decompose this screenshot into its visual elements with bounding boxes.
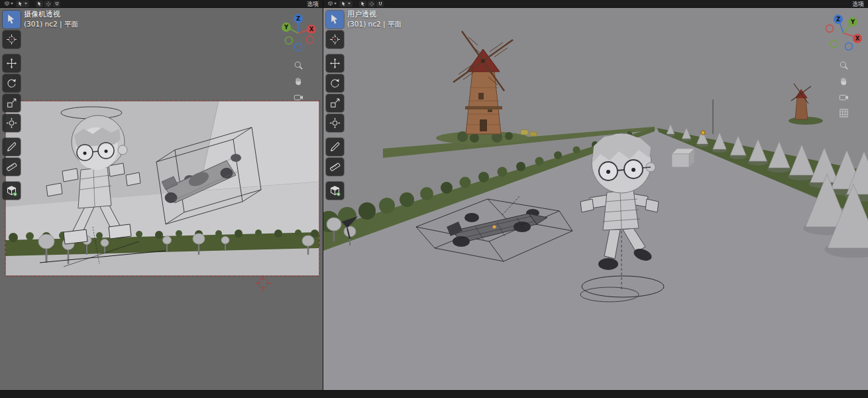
tool-select-box[interactable] [3,11,21,29]
tool-cursor[interactable] [3,31,21,48]
options-menu[interactable]: 选项 [852,0,864,8]
chevron-down-icon [11,3,13,5]
svg-text:Z: Z [836,16,840,23]
pan-hand-icon[interactable] [291,73,305,89]
options-menu[interactable]: 选项 [307,0,319,8]
gizmo-z-neg-axis[interactable] [845,43,853,50]
select-mode-toggle-group [36,1,60,7]
svg-text:X: X [855,35,860,42]
viewport-header-left: 选项 [0,0,323,8]
tool-annotate[interactable] [326,138,344,156]
tool-add-cube[interactable] [326,182,344,200]
tool-scale[interactable] [326,94,344,112]
select-mode-button[interactable] [359,1,366,7]
cursor-tool-button[interactable] [44,1,52,7]
zoom-icon[interactable] [291,57,305,73]
camera-view-icon[interactable] [291,89,305,105]
gizmo-x-neg-axis[interactable] [307,36,314,44]
toolbar-left [3,11,21,200]
chevron-down-icon [348,3,351,5]
chevron-down-icon [334,3,337,5]
mode-dropdown[interactable] [339,1,353,7]
light-object[interactable] [701,131,705,135]
svg-text:Y: Y [850,19,855,25]
mode-dropdown[interactable] [16,1,29,7]
tool-move[interactable] [326,54,344,72]
gizmo-y-neg-axis[interactable] [831,40,838,48]
select-mode-toggle-group [359,1,384,7]
cursor-tool-button[interactable] [368,1,375,7]
svg-text:Z: Z [296,15,300,22]
cube-model[interactable] [672,149,694,167]
select-mode-button[interactable] [36,1,43,7]
bottom-editor-header [0,390,868,398]
zoom-icon[interactable] [836,57,851,73]
tool-transform[interactable] [326,114,344,132]
viewport-camera-pane: 选项 [0,0,323,390]
tool-measure[interactable] [326,158,344,176]
gizmo-z-neg-axis[interactable] [295,44,302,51]
gizmo-x-neg-axis[interactable] [826,25,834,33]
pan-hand-icon[interactable] [836,73,851,89]
snap-magnet-button[interactable] [376,1,384,7]
editor-type-button[interactable] [327,1,337,7]
viewport-camera-body: 摄像机透视 (301) nc2 | 平面 [0,8,323,390]
tool-cursor[interactable] [326,31,344,48]
tool-add-cube[interactable] [3,182,21,200]
tool-transform[interactable] [3,114,21,132]
scene-user-view[interactable] [323,8,868,390]
tool-select-box[interactable] [326,11,344,29]
navigation-gizmo[interactable]: Z Y X [277,11,319,53]
camera-view-icon[interactable] [836,89,851,105]
scene-camera-view[interactable] [0,8,323,390]
snap-magnet-button[interactable] [53,1,60,7]
viewport-user-body: 用户透视 (301) nc2 | 平面 [323,8,868,390]
svg-text:X: X [309,26,314,33]
tool-measure[interactable] [3,158,21,176]
viewport-header-right: 选项 [323,0,868,8]
svg-text:Y: Y [284,24,289,31]
nav-controls-left: Z Y X [277,11,319,105]
toolbar-right [326,11,344,200]
viewport-user-pane: 选项 [323,0,868,390]
tool-rotate[interactable] [3,74,21,92]
tool-annotate[interactable] [3,138,21,156]
navigation-gizmo[interactable]: Z Y X [822,11,865,53]
gizmo-y-neg-axis[interactable] [286,37,293,44]
nav-controls-right: Z Y X [822,11,865,121]
pane-divider[interactable] [323,0,323,398]
tool-rotate[interactable] [326,74,344,92]
tool-move[interactable] [3,54,21,72]
editor-type-button[interactable] [4,1,13,7]
tool-scale[interactable] [3,94,21,112]
blender-window: 选项 [0,0,868,398]
chevron-down-icon [25,3,27,5]
grid-ortho-icon[interactable] [836,105,851,121]
